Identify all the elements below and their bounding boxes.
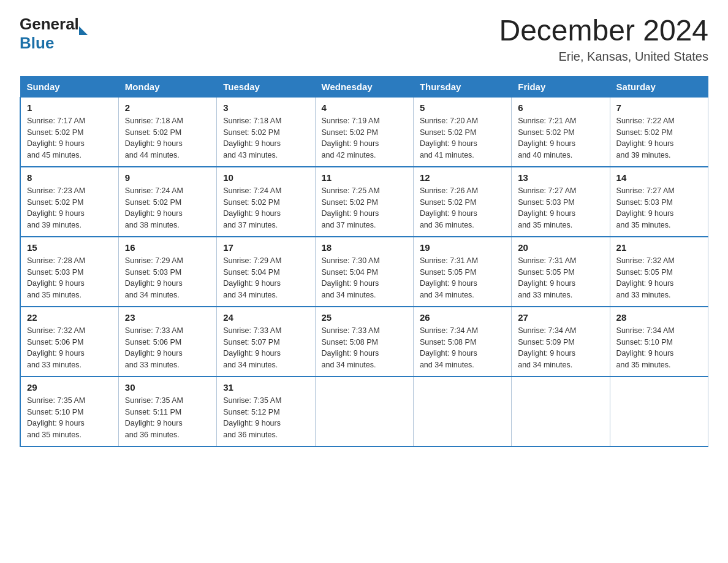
day-number: 5 bbox=[420, 102, 505, 113]
day-number: 31 bbox=[223, 382, 308, 393]
calendar-cell: 3 Sunrise: 7:18 AM Sunset: 5:02 PM Dayli… bbox=[217, 97, 315, 167]
day-number: 25 bbox=[322, 312, 407, 323]
day-number: 15 bbox=[27, 242, 112, 253]
day-info: Sunrise: 7:28 AM Sunset: 5:03 PM Dayligh… bbox=[27, 255, 112, 301]
day-info: Sunrise: 7:29 AM Sunset: 5:03 PM Dayligh… bbox=[125, 255, 210, 301]
calendar-row: 22 Sunrise: 7:32 AM Sunset: 5:06 PM Dayl… bbox=[20, 307, 708, 377]
page-header: General Blue December 2024 Erie, Kansas,… bbox=[20, 15, 708, 64]
month-title: December 2024 bbox=[499, 15, 708, 47]
calendar-cell: 20 Sunrise: 7:31 AM Sunset: 5:05 PM Dayl… bbox=[512, 237, 610, 307]
day-number: 4 bbox=[322, 102, 407, 113]
day-number: 27 bbox=[518, 312, 603, 323]
header-cell-wednesday: Wednesday bbox=[315, 76, 413, 97]
day-info: Sunrise: 7:35 AM Sunset: 5:12 PM Dayligh… bbox=[223, 395, 308, 441]
calendar-table: SundayMondayTuesdayWednesdayThursdayFrid… bbox=[20, 76, 708, 447]
calendar-cell: 21 Sunrise: 7:32 AM Sunset: 5:05 PM Dayl… bbox=[610, 237, 708, 307]
day-info: Sunrise: 7:33 AM Sunset: 5:06 PM Dayligh… bbox=[125, 325, 210, 371]
day-info: Sunrise: 7:22 AM Sunset: 5:02 PM Dayligh… bbox=[616, 115, 702, 161]
calendar-cell: 31 Sunrise: 7:35 AM Sunset: 5:12 PM Dayl… bbox=[217, 377, 315, 446]
calendar-cell: 13 Sunrise: 7:27 AM Sunset: 5:03 PM Dayl… bbox=[512, 167, 610, 237]
calendar-cell bbox=[512, 377, 610, 446]
calendar-body: 1 Sunrise: 7:17 AM Sunset: 5:02 PM Dayli… bbox=[20, 97, 708, 446]
day-number: 3 bbox=[223, 102, 308, 113]
day-number: 1 bbox=[27, 102, 112, 113]
title-block: December 2024 Erie, Kansas, United State… bbox=[499, 15, 708, 64]
day-number: 23 bbox=[125, 312, 210, 323]
day-number: 2 bbox=[125, 102, 210, 113]
calendar-row: 8 Sunrise: 7:23 AM Sunset: 5:02 PM Dayli… bbox=[20, 167, 708, 237]
calendar-cell: 5 Sunrise: 7:20 AM Sunset: 5:02 PM Dayli… bbox=[413, 97, 511, 167]
day-info: Sunrise: 7:21 AM Sunset: 5:02 PM Dayligh… bbox=[518, 115, 603, 161]
day-number: 29 bbox=[27, 382, 112, 393]
day-number: 13 bbox=[518, 172, 603, 183]
day-info: Sunrise: 7:33 AM Sunset: 5:08 PM Dayligh… bbox=[322, 325, 407, 371]
location-title: Erie, Kansas, United States bbox=[499, 50, 708, 64]
day-info: Sunrise: 7:18 AM Sunset: 5:02 PM Dayligh… bbox=[125, 115, 210, 161]
calendar-cell: 27 Sunrise: 7:34 AM Sunset: 5:09 PM Dayl… bbox=[512, 307, 610, 377]
day-info: Sunrise: 7:24 AM Sunset: 5:02 PM Dayligh… bbox=[125, 185, 210, 231]
day-number: 28 bbox=[616, 312, 702, 323]
day-number: 6 bbox=[518, 102, 603, 113]
calendar-cell: 19 Sunrise: 7:31 AM Sunset: 5:05 PM Dayl… bbox=[413, 237, 511, 307]
day-info: Sunrise: 7:20 AM Sunset: 5:02 PM Dayligh… bbox=[420, 115, 505, 161]
day-number: 10 bbox=[223, 172, 308, 183]
calendar-cell bbox=[315, 377, 413, 446]
calendar-row: 29 Sunrise: 7:35 AM Sunset: 5:10 PM Dayl… bbox=[20, 377, 708, 446]
day-number: 26 bbox=[420, 312, 505, 323]
calendar-cell: 10 Sunrise: 7:24 AM Sunset: 5:02 PM Dayl… bbox=[217, 167, 315, 237]
calendar-cell: 1 Sunrise: 7:17 AM Sunset: 5:02 PM Dayli… bbox=[20, 97, 118, 167]
header-cell-friday: Friday bbox=[512, 76, 610, 97]
day-info: Sunrise: 7:31 AM Sunset: 5:05 PM Dayligh… bbox=[518, 255, 603, 301]
day-info: Sunrise: 7:26 AM Sunset: 5:02 PM Dayligh… bbox=[420, 185, 505, 231]
day-number: 21 bbox=[616, 242, 702, 253]
day-number: 9 bbox=[125, 172, 210, 183]
day-info: Sunrise: 7:34 AM Sunset: 5:08 PM Dayligh… bbox=[420, 325, 505, 371]
logo-general-text: General bbox=[20, 15, 79, 34]
calendar-cell: 7 Sunrise: 7:22 AM Sunset: 5:02 PM Dayli… bbox=[610, 97, 708, 167]
day-info: Sunrise: 7:34 AM Sunset: 5:09 PM Dayligh… bbox=[518, 325, 603, 371]
logo-blue-text: Blue bbox=[20, 34, 54, 52]
day-info: Sunrise: 7:19 AM Sunset: 5:02 PM Dayligh… bbox=[322, 115, 407, 161]
calendar-cell: 22 Sunrise: 7:32 AM Sunset: 5:06 PM Dayl… bbox=[20, 307, 118, 377]
day-number: 17 bbox=[223, 242, 308, 253]
day-number: 20 bbox=[518, 242, 603, 253]
logo: General Blue bbox=[20, 15, 88, 53]
day-number: 11 bbox=[322, 172, 407, 183]
calendar-cell: 14 Sunrise: 7:27 AM Sunset: 5:03 PM Dayl… bbox=[610, 167, 708, 237]
header-cell-tuesday: Tuesday bbox=[217, 76, 315, 97]
day-info: Sunrise: 7:24 AM Sunset: 5:02 PM Dayligh… bbox=[223, 185, 308, 231]
calendar-cell: 18 Sunrise: 7:30 AM Sunset: 5:04 PM Dayl… bbox=[315, 237, 413, 307]
calendar-cell: 25 Sunrise: 7:33 AM Sunset: 5:08 PM Dayl… bbox=[315, 307, 413, 377]
day-info: Sunrise: 7:30 AM Sunset: 5:04 PM Dayligh… bbox=[322, 255, 407, 301]
day-info: Sunrise: 7:25 AM Sunset: 5:02 PM Dayligh… bbox=[322, 185, 407, 231]
day-number: 16 bbox=[125, 242, 210, 253]
day-number: 12 bbox=[420, 172, 505, 183]
day-info: Sunrise: 7:17 AM Sunset: 5:02 PM Dayligh… bbox=[27, 115, 112, 161]
calendar-cell: 16 Sunrise: 7:29 AM Sunset: 5:03 PM Dayl… bbox=[118, 237, 216, 307]
day-number: 18 bbox=[322, 242, 407, 253]
calendar-header: SundayMondayTuesdayWednesdayThursdayFrid… bbox=[20, 76, 708, 97]
day-number: 8 bbox=[27, 172, 112, 183]
day-info: Sunrise: 7:34 AM Sunset: 5:10 PM Dayligh… bbox=[616, 325, 702, 371]
day-info: Sunrise: 7:27 AM Sunset: 5:03 PM Dayligh… bbox=[518, 185, 603, 231]
calendar-cell: 6 Sunrise: 7:21 AM Sunset: 5:02 PM Dayli… bbox=[512, 97, 610, 167]
day-info: Sunrise: 7:35 AM Sunset: 5:10 PM Dayligh… bbox=[27, 395, 112, 441]
calendar-cell: 15 Sunrise: 7:28 AM Sunset: 5:03 PM Dayl… bbox=[20, 237, 118, 307]
header-row: SundayMondayTuesdayWednesdayThursdayFrid… bbox=[20, 76, 708, 97]
calendar-cell: 9 Sunrise: 7:24 AM Sunset: 5:02 PM Dayli… bbox=[118, 167, 216, 237]
calendar-cell: 4 Sunrise: 7:19 AM Sunset: 5:02 PM Dayli… bbox=[315, 97, 413, 167]
calendar-cell: 8 Sunrise: 7:23 AM Sunset: 5:02 PM Dayli… bbox=[20, 167, 118, 237]
day-info: Sunrise: 7:33 AM Sunset: 5:07 PM Dayligh… bbox=[223, 325, 308, 371]
header-cell-sunday: Sunday bbox=[20, 76, 118, 97]
day-info: Sunrise: 7:23 AM Sunset: 5:02 PM Dayligh… bbox=[27, 185, 112, 231]
header-cell-monday: Monday bbox=[118, 76, 216, 97]
day-info: Sunrise: 7:18 AM Sunset: 5:02 PM Dayligh… bbox=[223, 115, 308, 161]
day-number: 14 bbox=[616, 172, 702, 183]
calendar-cell bbox=[610, 377, 708, 446]
calendar-cell: 17 Sunrise: 7:29 AM Sunset: 5:04 PM Dayl… bbox=[217, 237, 315, 307]
day-info: Sunrise: 7:27 AM Sunset: 5:03 PM Dayligh… bbox=[616, 185, 702, 231]
calendar-cell: 12 Sunrise: 7:26 AM Sunset: 5:02 PM Dayl… bbox=[413, 167, 511, 237]
day-info: Sunrise: 7:31 AM Sunset: 5:05 PM Dayligh… bbox=[420, 255, 505, 301]
day-info: Sunrise: 7:35 AM Sunset: 5:11 PM Dayligh… bbox=[125, 395, 210, 441]
calendar-row: 15 Sunrise: 7:28 AM Sunset: 5:03 PM Dayl… bbox=[20, 237, 708, 307]
